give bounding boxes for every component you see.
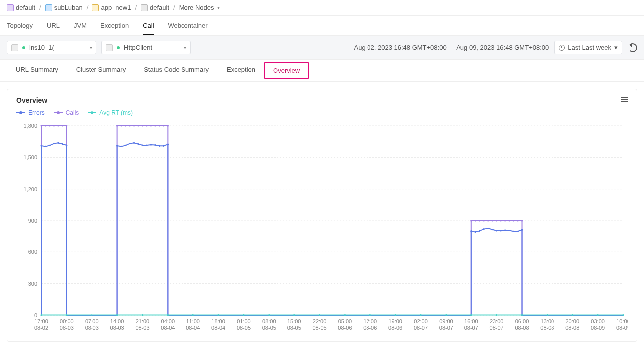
svg-point-165: [479, 230, 480, 232]
svg-point-195: [496, 314, 497, 316]
sub-tabs: URL SummaryCluster SummaryStatus Code Su…: [0, 60, 644, 82]
svg-text:0: 0: [34, 312, 37, 318]
svg-text:08:00: 08:00: [262, 318, 276, 324]
svg-text:1,200: 1,200: [23, 186, 37, 192]
svg-text:300: 300: [28, 281, 37, 287]
card-menu-icon[interactable]: [621, 96, 628, 103]
svg-point-157: [146, 144, 147, 146]
client-select[interactable]: HttpClient ▾: [101, 41, 191, 54]
tab-exception[interactable]: Exception: [100, 22, 129, 35]
svg-text:20:00: 20:00: [565, 318, 579, 324]
svg-point-198: [572, 314, 573, 316]
svg-point-88: [49, 125, 50, 126]
svg-point-160: [159, 145, 160, 147]
subtab-status-code-summary[interactable]: Status Code Summary: [135, 60, 218, 81]
svg-text:15:00: 15:00: [287, 318, 301, 324]
svg-point-87: [45, 125, 46, 126]
chevron-down-icon: ▾: [90, 45, 92, 50]
svg-point-191: [395, 314, 396, 316]
svg-point-172: [508, 230, 510, 231]
svg-text:08-06: 08-06: [363, 325, 377, 331]
svg-text:600: 600: [28, 249, 37, 255]
svg-point-149: [66, 144, 67, 146]
tab-jvm[interactable]: JVM: [74, 22, 87, 35]
svg-point-116: [513, 220, 514, 221]
svg-point-146: [53, 143, 55, 144]
svg-text:07:00: 07:00: [85, 318, 99, 324]
tab-url[interactable]: URL: [47, 22, 60, 35]
svg-point-106: [470, 220, 472, 221]
svg-point-193: [445, 314, 447, 316]
svg-point-103: [159, 125, 160, 126]
legend-errors[interactable]: Errors: [16, 109, 45, 116]
svg-point-173: [513, 231, 514, 232]
clock-icon: [559, 45, 565, 51]
crumb-subluban[interactable]: subLuban: [45, 4, 83, 11]
svg-text:900: 900: [28, 218, 37, 224]
svg-point-156: [142, 144, 143, 146]
svg-text:08-04: 08-04: [186, 325, 200, 331]
crumb-default[interactable]: default: [7, 4, 35, 11]
tab-call[interactable]: Call: [143, 22, 154, 35]
tab-topology[interactable]: Topology: [7, 22, 33, 35]
subtab-cluster-summary[interactable]: Cluster Summary: [67, 60, 135, 81]
svg-text:08-08: 08-08: [540, 325, 554, 331]
svg-point-200: [622, 314, 624, 316]
tab-webcontainer[interactable]: Webcontainer: [168, 22, 208, 35]
svg-point-112: [496, 220, 497, 221]
chevron-down-icon: ▾: [614, 44, 618, 51]
svg-text:13:00: 13:00: [541, 318, 554, 324]
svg-text:08-07: 08-07: [439, 325, 453, 331]
instance-select[interactable]: ins10_1( ▾: [7, 41, 96, 54]
legend-avgrt[interactable]: Avg RT (ms): [88, 109, 133, 116]
svg-point-115: [508, 220, 510, 221]
filter-bar: ins10_1( ▾ HttpClient ▾ Aug 02, 2023 16:…: [0, 36, 644, 60]
subtab-url-summary[interactable]: URL Summary: [7, 60, 67, 81]
refresh-icon[interactable]: [628, 43, 637, 52]
more-nodes[interactable]: More Nodes ▾: [179, 4, 220, 11]
svg-point-101: [150, 125, 152, 126]
svg-text:08-07: 08-07: [464, 325, 478, 331]
svg-text:00:00: 00:00: [60, 318, 74, 324]
overview-chart: 03006009001,2001,5001,80017:0008-0200:00…: [16, 121, 628, 335]
svg-text:08-06: 08-06: [388, 325, 402, 331]
svg-point-177: [40, 314, 42, 316]
svg-point-155: [137, 143, 139, 145]
svg-point-109: [483, 220, 485, 221]
breadcrumb: default / subLuban / app_new1 / default …: [0, 0, 644, 16]
overview-card: Overview Errors Calls Avg RT (ms) 030060…: [7, 89, 637, 342]
crumb-default2[interactable]: default: [141, 4, 169, 11]
svg-point-184: [217, 314, 219, 316]
svg-point-161: [163, 145, 164, 147]
instance-value: ins10_1(: [29, 44, 54, 51]
svg-point-152: [125, 145, 126, 146]
svg-point-102: [154, 125, 156, 126]
svg-point-185: [243, 314, 244, 316]
svg-point-180: [116, 314, 118, 316]
legend-calls[interactable]: Calls: [54, 109, 79, 116]
svg-text:08-03: 08-03: [135, 325, 149, 331]
svg-point-174: [517, 231, 518, 232]
time-preset-select[interactable]: Last Last week ▾: [554, 41, 622, 54]
subtab-exception[interactable]: Exception: [218, 60, 264, 81]
svg-text:08-05: 08-05: [312, 325, 326, 331]
subtab-overview[interactable]: Overview: [264, 62, 309, 79]
svg-text:03:00: 03:00: [591, 318, 605, 324]
svg-point-100: [146, 125, 147, 126]
svg-point-86: [40, 125, 42, 126]
svg-point-171: [504, 229, 506, 231]
crumb-app[interactable]: app_new1: [92, 4, 131, 11]
svg-point-158: [150, 144, 152, 145]
svg-point-168: [492, 229, 493, 230]
svg-text:08-08: 08-08: [565, 325, 579, 331]
svg-point-95: [125, 125, 126, 126]
svg-text:1,800: 1,800: [23, 123, 37, 129]
instance-icon: [11, 44, 18, 51]
svg-point-169: [496, 230, 497, 231]
svg-point-107: [475, 220, 476, 221]
svg-point-166: [483, 228, 485, 230]
svg-point-153: [129, 143, 130, 144]
svg-text:1,500: 1,500: [23, 154, 37, 160]
svg-point-178: [66, 314, 67, 316]
svg-point-151: [120, 146, 122, 147]
